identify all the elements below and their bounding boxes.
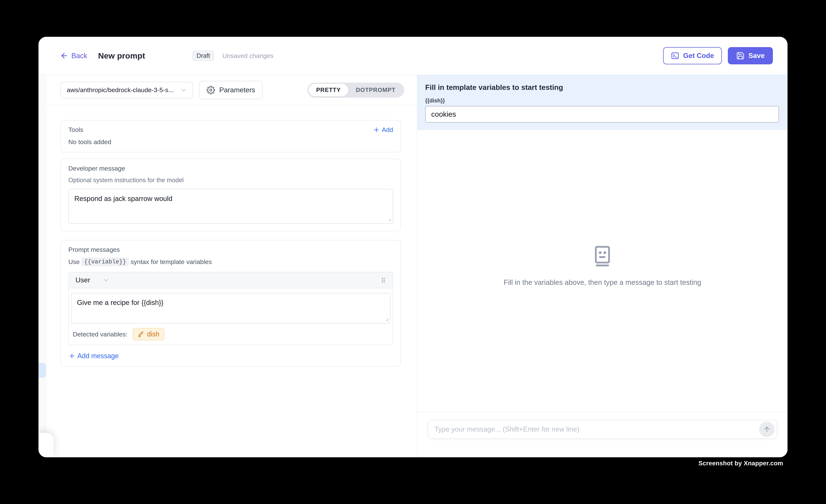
- save-label: Save: [749, 52, 765, 60]
- prompt-card-title: Prompt messages: [68, 246, 393, 253]
- parameters-label: Parameters: [219, 86, 255, 94]
- app-window: Back New prompt Draft Unsaved changes Ge…: [39, 37, 787, 457]
- variable-chip-dish[interactable]: dish: [133, 328, 164, 340]
- status-badge: Draft: [192, 50, 215, 61]
- subtitle-suffix: syntax for template variables: [131, 258, 212, 265]
- add-tool-button[interactable]: Add: [373, 126, 393, 133]
- rail-active-item[interactable]: [39, 363, 46, 378]
- chat-empty-state: Fill in the variables above, then type a…: [417, 125, 787, 406]
- tools-card: Tools Add No tools added: [60, 120, 401, 152]
- save-icon: [736, 51, 745, 60]
- plus-icon: [68, 353, 75, 360]
- back-label: Back: [71, 52, 87, 60]
- plus-icon: [373, 126, 380, 133]
- arrow-left-icon: [60, 52, 68, 60]
- variable-chip-label: dish: [147, 330, 159, 338]
- unsaved-changes-text: Unsaved changes: [222, 52, 273, 60]
- add-tool-label: Add: [382, 126, 393, 133]
- editor-toolbar: aws/anthropic/bedrock-claude-3-5-s... Pa…: [39, 75, 417, 105]
- prompt-messages-card: Prompt messages Use {{variable}} syntax …: [60, 240, 401, 367]
- page-title: New prompt: [98, 51, 145, 60]
- terminal-icon: [671, 51, 680, 60]
- add-message-label: Add message: [77, 352, 119, 360]
- save-button[interactable]: Save: [728, 47, 773, 64]
- detected-variables-row: Detected variables: dish: [69, 324, 393, 345]
- developer-card-title: Developer message: [68, 165, 393, 172]
- developer-card-subtitle: Optional system instructions for the mod…: [68, 177, 393, 184]
- test-panel: Fill in template variables to start test…: [417, 75, 787, 457]
- test-panel-title: Fill in template variables to start test…: [425, 83, 779, 91]
- variable-syntax-chip: {{variable}}: [81, 257, 129, 266]
- pencil-icon: [137, 331, 144, 337]
- model-selector-value: aws/anthropic/bedrock-claude-3-5-s...: [67, 86, 180, 93]
- left-rail: [39, 75, 47, 457]
- toggle-pretty[interactable]: PRETTY: [309, 84, 348, 97]
- subtitle-prefix: Use: [68, 258, 79, 265]
- variable-name-label: {{dish}}: [425, 98, 779, 104]
- chat-input-bar: [428, 420, 777, 439]
- message-block: User Give me a recipe for {{dish}}: [68, 272, 393, 345]
- header-bar: Back New prompt Draft Unsaved changes Ge…: [39, 37, 787, 75]
- watermark-text: Screenshot by Xnapper.com: [699, 460, 783, 467]
- chevron-down-icon: [180, 86, 187, 94]
- rail-popover: [39, 433, 54, 457]
- toggle-dotprompt[interactable]: DOTPROMPT: [348, 84, 403, 97]
- tools-card-title: Tools: [68, 126, 83, 133]
- get-code-label: Get Code: [683, 52, 714, 60]
- back-button[interactable]: Back: [60, 52, 87, 60]
- template-variables-section: Fill in template variables to start test…: [417, 75, 787, 130]
- user-message-textarea[interactable]: Give me a recipe for {{dish}}: [71, 293, 391, 323]
- chat-message-input[interactable]: [434, 425, 759, 433]
- cards-scroll-area: Tools Add No tools added Developer messa…: [39, 105, 417, 367]
- prompt-editor-panel: aws/anthropic/bedrock-claude-3-5-s... Pa…: [39, 75, 417, 457]
- gear-icon: [206, 86, 215, 94]
- detected-variables-label: Detected variables:: [73, 331, 127, 338]
- developer-message-textarea[interactable]: Respond as jack sparrow would: [68, 189, 393, 224]
- robot-face-icon: [593, 245, 612, 268]
- screenshot-stage: Back New prompt Draft Unsaved changes Ge…: [0, 0, 826, 504]
- tools-empty-text: No tools added: [68, 138, 393, 146]
- empty-state-text: Fill in the variables above, then type a…: [504, 278, 701, 287]
- parameters-button[interactable]: Parameters: [199, 81, 262, 99]
- chat-input-section: [417, 412, 787, 457]
- prompt-card-subtitle: Use {{variable}} syntax for template var…: [68, 257, 393, 266]
- view-mode-toggle: PRETTY DOTPROMPT: [307, 82, 404, 98]
- chevron-down-icon[interactable]: [102, 276, 110, 284]
- model-selector[interactable]: aws/anthropic/bedrock-claude-3-5-s...: [60, 82, 193, 98]
- role-select-value[interactable]: User: [75, 276, 90, 284]
- arrow-up-icon: [763, 425, 771, 433]
- developer-message-card: Developer message Optional system instru…: [60, 159, 401, 231]
- get-code-button[interactable]: Get Code: [663, 47, 722, 64]
- send-button[interactable]: [759, 422, 775, 437]
- body: aws/anthropic/bedrock-claude-3-5-s... Pa…: [39, 75, 787, 457]
- message-role-row: User: [69, 272, 393, 289]
- variable-value-input[interactable]: [425, 106, 779, 123]
- drag-handle-icon[interactable]: [379, 276, 387, 284]
- add-message-button[interactable]: Add message: [68, 352, 393, 360]
